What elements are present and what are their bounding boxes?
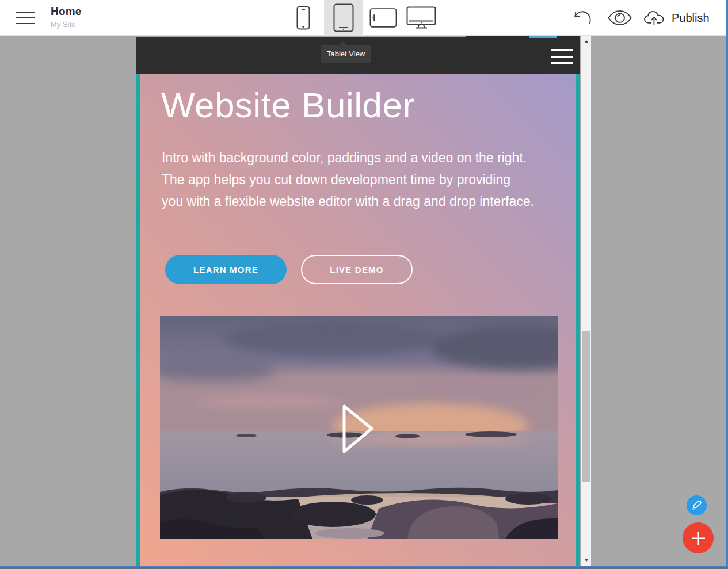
page-title: Home <box>51 5 82 18</box>
canvas-scrollbar[interactable] <box>581 36 591 566</box>
preview-button[interactable] <box>605 0 634 36</box>
sunset-seascape-image <box>160 316 558 539</box>
paintbrush-icon <box>691 499 703 511</box>
site-name: My Site <box>51 20 82 29</box>
cloud-upload-icon <box>643 9 666 26</box>
eye-preview-icon <box>607 10 632 26</box>
publish-button[interactable]: Publish <box>643 0 710 36</box>
device-button-tablet-landscape[interactable] <box>369 0 397 36</box>
style-settings-fab[interactable] <box>687 495 707 515</box>
block-toolbar-blue-button-cutoff <box>529 36 557 38</box>
device-button-tablet[interactable] <box>324 0 363 36</box>
scrollbar-thumb[interactable] <box>582 331 590 482</box>
scroll-up-arrow[interactable] <box>581 37 591 46</box>
preview-menu-hamburger-icon[interactable] <box>551 49 573 64</box>
smartphone-icon <box>296 6 310 30</box>
block-toolbar-cutoff <box>466 36 580 39</box>
learn-more-button[interactable]: LEARN MORE <box>165 255 287 284</box>
undo-button[interactable] <box>569 0 596 36</box>
hero-block[interactable]: Website Builder Intro with background co… <box>136 74 580 566</box>
device-tooltip: Tablet View <box>321 45 371 63</box>
desktop-icon <box>406 6 436 29</box>
hero-title[interactable]: Website Builder <box>161 86 415 124</box>
live-demo-button[interactable]: LIVE DEMO <box>301 255 413 284</box>
undo-icon <box>571 9 594 27</box>
add-block-fab[interactable] <box>683 522 714 553</box>
hero-video-thumbnail[interactable] <box>160 316 558 539</box>
plus-icon <box>691 530 706 546</box>
page-selector[interactable]: Home My Site <box>51 5 82 29</box>
main-menu-hamburger-icon[interactable] <box>16 12 35 24</box>
device-button-mobile[interactable] <box>289 0 317 36</box>
app-toolbar: Home My Site <box>0 0 728 36</box>
device-button-desktop[interactable] <box>406 0 437 36</box>
tablet-landscape-icon <box>369 7 397 28</box>
publish-label: Publish <box>672 12 710 25</box>
hero-description[interactable]: Intro with background color, paddings an… <box>162 147 535 212</box>
scroll-down-arrow[interactable] <box>581 555 591 564</box>
editor-canvas: Tablet View Website Builder Intro with b… <box>0 36 728 566</box>
tablet-portrait-icon <box>333 3 354 32</box>
